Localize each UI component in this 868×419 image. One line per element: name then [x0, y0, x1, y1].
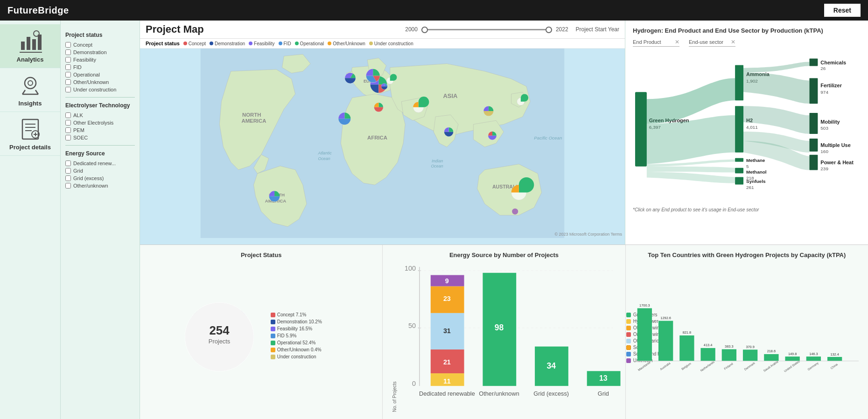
filter-concept-checkbox[interactable] — [65, 42, 71, 48]
filter-other-electrolysis[interactable]: Other Electrolysis — [65, 120, 135, 126]
filter-other-electrolysis-checkbox[interactable] — [65, 120, 71, 126]
svg-rect-112 — [637, 308, 651, 361]
svg-text:254: 254 — [209, 324, 230, 337]
svg-text:Dedicated renewable: Dedicated renewable — [419, 390, 475, 397]
filter-dedicated-renew-checkbox[interactable] — [65, 161, 71, 166]
countries-title: Top Ten Countries with Green Hydrogen Pr… — [633, 251, 861, 258]
filter-feasibility-label: Feasibility — [73, 57, 96, 63]
year-slider[interactable] — [421, 29, 552, 30]
electrolyser-title: Electrolyser Technology — [65, 102, 135, 109]
filter-under-construction-checkbox[interactable] — [65, 87, 71, 92]
energy-chart-title: Energy Source by Number of Projects — [390, 251, 617, 258]
filter-under-construction[interactable]: Under construction — [65, 87, 135, 92]
filter-alk-checkbox[interactable] — [65, 112, 71, 118]
filter-feasibility[interactable]: Feasibility — [65, 57, 135, 63]
filter-soec[interactable]: SOEC — [65, 135, 135, 140]
svg-text:China: China — [830, 363, 838, 370]
legend-fid: FID — [279, 41, 291, 46]
filter-demonstration-label: Demonstration — [73, 49, 107, 55]
svg-text:4,011: 4,011 — [746, 125, 758, 130]
slider-thumb-left[interactable] — [421, 27, 428, 33]
filter-soec-checkbox[interactable] — [65, 135, 71, 140]
legend-concept: Concept — [183, 41, 206, 46]
y-axis-label: No. of Projects — [390, 263, 397, 412]
end-use-close[interactable]: ✕ — [731, 39, 735, 45]
end-product-filter[interactable]: End Product ✕ — [633, 39, 679, 47]
filter-feasibility-checkbox[interactable] — [65, 57, 71, 63]
filter-operational-checkbox[interactable] — [65, 72, 71, 77]
fid-dot — [279, 42, 282, 45]
filter-grid-excess-checkbox[interactable] — [65, 175, 71, 181]
svg-rect-66 — [809, 59, 818, 66]
slider-thumb-right[interactable] — [546, 27, 552, 33]
svg-text:100: 100 — [405, 265, 416, 272]
svg-rect-63 — [735, 177, 743, 185]
filter-demonstration-checkbox[interactable] — [65, 49, 71, 55]
donut-chart: 254 Projects — [168, 286, 271, 388]
svg-text:Saudi Arabia: Saudi Arabia — [763, 360, 779, 372]
operational-label-text: Operational 52.4% — [277, 340, 316, 345]
filter-other-unknown[interactable]: Other/Unknown — [65, 79, 135, 85]
filter-fid-checkbox[interactable] — [65, 64, 71, 70]
svg-text:261: 261 — [746, 185, 754, 190]
countries-panel: Top Ten Countries with Green Hydrogen Pr… — [626, 245, 868, 419]
svg-text:Belgium: Belgium — [680, 362, 692, 371]
filter-alk[interactable]: ALK — [65, 112, 135, 118]
sidebar-item-insights[interactable]: Insights — [0, 68, 60, 112]
svg-text:149.8: 149.8 — [788, 352, 797, 356]
filter-other-unknown-energy[interactable]: Other/unknown — [65, 183, 135, 189]
filter-grid-excess[interactable]: Grid (excess) — [65, 175, 135, 181]
filter-concept[interactable]: Concept — [65, 42, 135, 48]
svg-text:98: 98 — [495, 323, 504, 332]
svg-text:Power & Heat: Power & Heat — [820, 160, 854, 165]
operational-color — [271, 341, 275, 345]
svg-text:Germany: Germany — [807, 361, 819, 371]
sankey-note: *Click on any End product to see it's us… — [633, 207, 861, 212]
svg-text:13: 13 — [599, 374, 608, 382]
legend-other-unknown: Other/Unknown — [328, 41, 365, 46]
filter-soec-label: SOEC — [73, 135, 88, 140]
svg-text:23: 23 — [443, 295, 451, 302]
filter-dedicated-renew[interactable]: Dedicated renew... — [65, 161, 135, 166]
filter-fid[interactable]: FID — [65, 64, 135, 70]
sidebar-item-project-details[interactable]: Project details — [0, 112, 60, 156]
legend-uc-label: Under construction — [374, 41, 413, 46]
svg-point-8 — [28, 81, 33, 85]
feasibility-label-text: Feasibility 16.5% — [277, 326, 313, 331]
end-product-close[interactable]: ✕ — [675, 39, 679, 45]
filter-pem-checkbox[interactable] — [65, 127, 71, 133]
svg-text:Grid: Grid — [598, 390, 609, 397]
sidebar-project-details-label: Project details — [9, 144, 51, 151]
sidebar-item-analytics[interactable]: Analytics — [0, 24, 60, 68]
fid-label-text: FID 5.9% — [277, 333, 297, 338]
donut-wrapper: 254 Projects Concept 7.1% Demonstration … — [147, 263, 375, 410]
filter-operational-label: Operational — [73, 72, 100, 77]
energy-bar-area: No. of Projects 100 50 0 — [390, 263, 621, 412]
sankey-title: Hydrogen: End Product and End Use Sector… — [633, 27, 861, 34]
filter-operational[interactable]: Operational — [65, 72, 135, 77]
filter-other-unknown-energy-checkbox[interactable] — [65, 183, 71, 189]
legend-feasibility-label: Feasibility — [254, 41, 274, 46]
filter-pem[interactable]: PEM — [65, 127, 135, 133]
slider-track — [421, 29, 552, 30]
svg-rect-115 — [658, 321, 673, 361]
year-range: 2000 2022 Project Start Year — [405, 26, 619, 33]
filter-grid-checkbox[interactable] — [65, 168, 71, 174]
concept-label-text: Concept 7.1% — [277, 312, 307, 317]
filter-demonstration[interactable]: Demonstration — [65, 49, 135, 55]
fid-color — [271, 334, 275, 338]
svg-text:Multiple Use: Multiple Use — [820, 142, 850, 148]
filter-other-unknown-checkbox[interactable] — [65, 79, 71, 85]
map-attribution: © 2023 Microsoft Corporation Terms — [554, 232, 622, 237]
reset-button[interactable]: Reset — [824, 4, 861, 17]
filter-grid[interactable]: Grid — [65, 168, 135, 174]
svg-text:United States: United States — [783, 359, 800, 373]
filter-other-electrolysis-label: Other Electrolysis — [73, 120, 113, 126]
content-area: Project Map 2000 2022 Project Start Year — [140, 21, 868, 419]
svg-rect-139 — [827, 357, 842, 361]
svg-text:383.3: 383.3 — [725, 344, 733, 349]
end-use-filter[interactable]: End-use sector ✕ — [689, 39, 735, 47]
label-operational: Operational 52.4% — [271, 340, 355, 345]
svg-rect-124 — [721, 349, 736, 361]
svg-text:821.8: 821.8 — [682, 330, 691, 335]
